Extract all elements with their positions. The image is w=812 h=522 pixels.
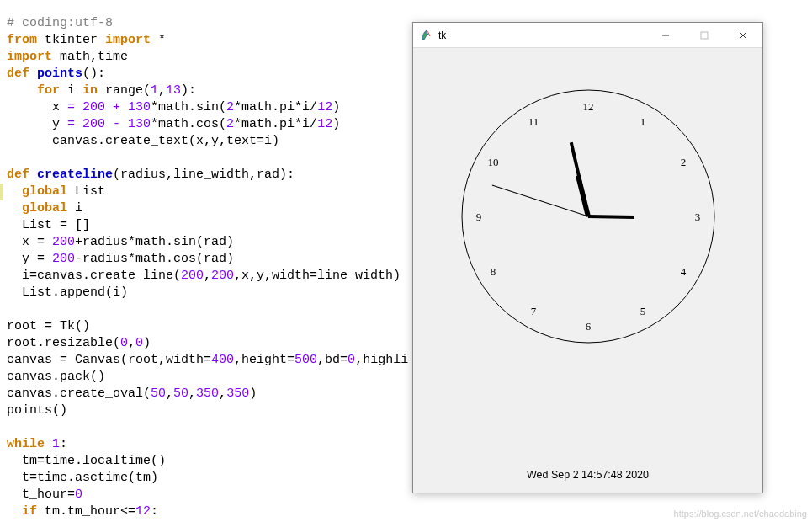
numeral-2: 2 bbox=[681, 156, 687, 168]
minimize-button[interactable] bbox=[646, 23, 685, 48]
numeral-4: 4 bbox=[681, 265, 687, 278]
kw-def: def bbox=[7, 67, 29, 81]
close-button[interactable] bbox=[724, 23, 762, 48]
numeral-6: 6 bbox=[586, 320, 592, 333]
minute-hand bbox=[571, 142, 588, 216]
window-title: tk bbox=[438, 29, 446, 41]
code-line: tm=time.localtime() bbox=[7, 454, 166, 468]
kw-import: import bbox=[105, 33, 151, 47]
code-editor: # coding:utf-8 from tkinter import * imp… bbox=[7, 0, 427, 522]
maximize-icon bbox=[700, 31, 709, 40]
gutter-highlight bbox=[0, 184, 3, 200]
maximize-button bbox=[685, 23, 724, 48]
numeral-5: 5 bbox=[640, 305, 646, 317]
code-line: t=time.asctime(tm) bbox=[7, 471, 158, 485]
code-line: List = [] bbox=[7, 218, 90, 232]
kw-for: for bbox=[7, 83, 60, 98]
svg-rect-1 bbox=[701, 32, 708, 39]
stub-line bbox=[588, 216, 634, 217]
numeral-10: 10 bbox=[488, 156, 499, 168]
code-line: List.append(i) bbox=[7, 285, 128, 300]
time-text: Wed Sep 2 14:57:48 2020 bbox=[413, 469, 762, 481]
second-hand bbox=[492, 185, 588, 216]
clock-svg: 12 1 2 3 4 5 6 7 8 9 10 11 bbox=[420, 48, 756, 469]
code-line: canvas.pack() bbox=[7, 370, 105, 384]
minimize-icon bbox=[661, 31, 670, 40]
numeral-8: 8 bbox=[491, 265, 496, 278]
titlebar[interactable]: tk bbox=[413, 23, 762, 48]
tk-feather-icon bbox=[420, 29, 433, 42]
numeral-1: 1 bbox=[640, 115, 646, 128]
close-icon bbox=[739, 31, 747, 40]
numeral-7: 7 bbox=[531, 305, 537, 317]
kw-while: while bbox=[7, 437, 52, 451]
kw-import: import bbox=[7, 50, 52, 64]
kw-from: from bbox=[7, 33, 37, 47]
tk-canvas: 12 1 2 3 4 5 6 7 8 9 10 11 Wed Sep 2 14:… bbox=[413, 48, 762, 493]
numeral-11: 11 bbox=[528, 115, 539, 128]
titlebar-buttons bbox=[646, 23, 762, 48]
tk-window: tk 12 1 2 3 4 5 6 7 8 9 10 bbox=[412, 22, 763, 493]
watermark-text: https://blog.csdn.net/chaodabing bbox=[674, 509, 807, 519]
numeral-12: 12 bbox=[583, 100, 594, 113]
code-line: canvas.create_text(x,y,text=i) bbox=[7, 134, 279, 148]
numeral-9: 9 bbox=[476, 210, 482, 223]
code-line: points() bbox=[7, 403, 67, 418]
kw-if: if bbox=[7, 504, 37, 519]
kw-def: def bbox=[7, 168, 29, 182]
code-line: root = Tk() bbox=[7, 319, 90, 333]
numeral-3: 3 bbox=[695, 210, 701, 223]
kw-global: global bbox=[7, 184, 67, 199]
kw-global: global bbox=[7, 201, 67, 216]
code-line: # coding:utf-8 bbox=[7, 16, 113, 30]
